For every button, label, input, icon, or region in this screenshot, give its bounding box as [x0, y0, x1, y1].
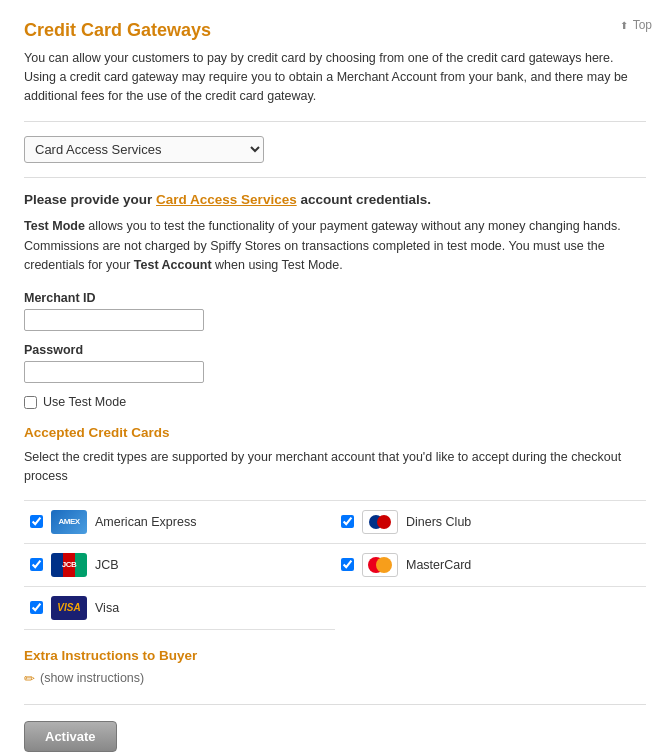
jcb-logo-text: JCB — [62, 560, 77, 569]
diners-circle-right — [377, 515, 391, 529]
merchant-id-label: Merchant ID — [24, 291, 646, 305]
amex-logo-text: AMEX — [58, 518, 79, 526]
amex-checkbox[interactable] — [30, 515, 43, 528]
card-row-amex: AMEX American Express — [24, 501, 335, 544]
activate-button[interactable]: Activate — [24, 721, 117, 752]
visa-logo-text: VISA — [57, 602, 80, 613]
credentials-heading-prefix: Please provide your — [24, 192, 156, 207]
top-link-label: Top — [633, 18, 652, 32]
diners-checkbox[interactable] — [341, 515, 354, 528]
mastercard-checkbox[interactable] — [341, 558, 354, 571]
cards-grid: AMEX American Express Diners Club JCB JC… — [24, 500, 646, 630]
card-row-jcb: JCB JCB — [24, 544, 335, 587]
extra-instructions-title: Extra Instructions to Buyer — [24, 648, 646, 663]
diners-logo-inner — [369, 515, 391, 529]
show-instructions-text: (show instructions) — [40, 671, 144, 685]
credentials-heading-suffix: account credentials. — [297, 192, 431, 207]
password-field-group: Password — [24, 343, 646, 383]
use-test-mode-checkbox[interactable] — [24, 396, 37, 409]
credentials-heading: Please provide your Card Access Services… — [24, 192, 646, 207]
diners-label: Diners Club — [406, 515, 471, 529]
gateway-select-wrap: Card Access Services — [24, 136, 646, 163]
card-row-visa: VISA Visa — [24, 587, 335, 630]
page-title: Credit Card Gateways — [24, 20, 646, 41]
pencil-icon: ✏ — [24, 671, 35, 686]
jcb-logo: JCB — [51, 553, 87, 577]
merchant-id-field-group: Merchant ID — [24, 291, 646, 331]
visa-checkbox[interactable] — [30, 601, 43, 614]
extra-instructions-section: Extra Instructions to Buyer ✏ (show inst… — [24, 648, 646, 686]
page-container: ⬆ Top Credit Card Gateways You can allow… — [0, 0, 670, 756]
divider-1 — [24, 121, 646, 122]
mc-circle-yellow — [376, 557, 392, 573]
mastercard-circles — [368, 557, 392, 573]
visa-label: Visa — [95, 601, 119, 615]
mastercard-logo — [362, 553, 398, 577]
accepted-cards-desc: Select the credit types are supported by… — [24, 448, 646, 486]
show-instructions-link[interactable]: ✏ (show instructions) — [24, 671, 646, 686]
credentials-heading-link[interactable]: Card Access Services — [156, 192, 297, 207]
accepted-cards-title: Accepted Credit Cards — [24, 425, 646, 440]
password-input[interactable] — [24, 361, 204, 383]
test-mode-row: Use Test Mode — [24, 395, 646, 409]
bottom-divider — [24, 704, 646, 705]
jcb-checkbox[interactable] — [30, 558, 43, 571]
jcb-label: JCB — [95, 558, 119, 572]
mastercard-label: MasterCard — [406, 558, 471, 572]
card-row-mastercard: MasterCard — [335, 544, 646, 587]
amex-label: American Express — [95, 515, 196, 529]
use-test-mode-label[interactable]: Use Test Mode — [43, 395, 126, 409]
intro-text: You can allow your customers to pay by c… — [24, 49, 646, 105]
merchant-id-input[interactable] — [24, 309, 204, 331]
test-mode-info: Test Mode allows you to test the functio… — [24, 217, 646, 275]
diners-logo — [362, 510, 398, 534]
amex-logo: AMEX — [51, 510, 87, 534]
gateway-select[interactable]: Card Access Services — [24, 136, 264, 163]
divider-2 — [24, 177, 646, 178]
top-arrow-icon: ⬆ — [620, 20, 628, 31]
password-label: Password — [24, 343, 646, 357]
card-row-diners: Diners Club — [335, 501, 646, 544]
top-link[interactable]: ⬆ Top — [620, 18, 652, 32]
visa-logo: VISA — [51, 596, 87, 620]
